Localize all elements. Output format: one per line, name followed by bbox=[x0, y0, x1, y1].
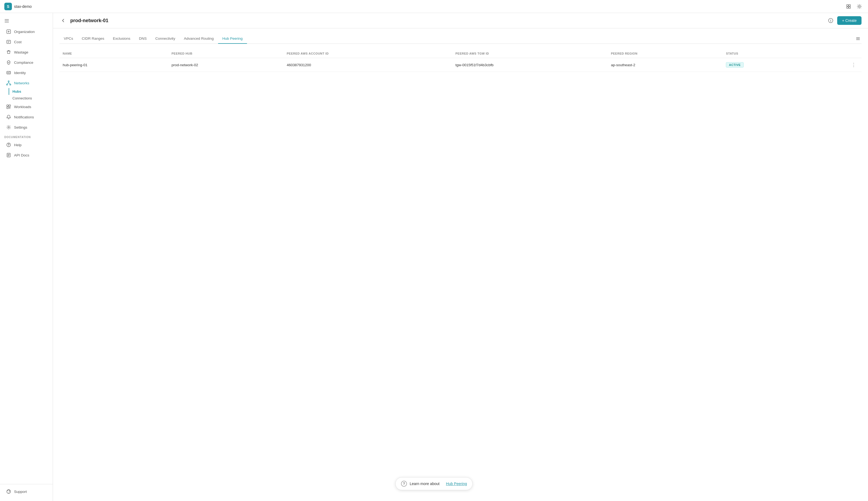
learn-more-link-text: Hub Peering bbox=[446, 481, 467, 486]
learn-more-prefix: Learn more about bbox=[410, 481, 440, 486]
sidebar-collapse-button[interactable] bbox=[3, 17, 10, 24]
sidebar-item-label: API Docs bbox=[14, 153, 29, 157]
tab-exclusions[interactable]: Exclusions bbox=[109, 34, 135, 44]
main-content: prod-network-01 + Create VPCs CIDR Range… bbox=[53, 13, 868, 501]
sidebar-item-networks[interactable]: Networks bbox=[2, 78, 51, 88]
networks-icon bbox=[6, 80, 11, 86]
settings-icon-button[interactable] bbox=[855, 2, 864, 11]
sidebar-item-label: Settings bbox=[14, 125, 27, 129]
sidebar: Organization Cost Wastage Compliance Ide… bbox=[0, 13, 53, 501]
page-header: prod-network-01 + Create bbox=[53, 13, 868, 28]
topbar: S stax-demo bbox=[0, 0, 868, 13]
table-row: hub-peering-01 prod-network-02 460387931… bbox=[60, 58, 861, 72]
cell-peered-hub: prod-network-02 bbox=[168, 58, 283, 72]
learn-more-toast: ? Learn more about Hub Peering bbox=[395, 477, 473, 490]
cell-peered-aws-tgw-id: tgw-0015f51f7d4b3cbfb bbox=[452, 58, 608, 72]
hubs-label: Hubs bbox=[12, 89, 21, 94]
info-icon bbox=[828, 18, 833, 23]
cell-actions: ⋮ bbox=[807, 58, 861, 72]
cell-peered-aws-account-id: 460387931200 bbox=[283, 58, 452, 72]
col-name: Name bbox=[60, 49, 168, 58]
tab-hub-peering[interactable]: Hub Peering bbox=[218, 34, 247, 44]
sidebar-item-label: Identity bbox=[14, 71, 26, 75]
cell-status: ACTIVE bbox=[722, 58, 807, 72]
learn-more-link[interactable]: Hub Peering bbox=[446, 481, 467, 486]
settings-nav-icon bbox=[6, 125, 11, 130]
svg-rect-15 bbox=[7, 105, 8, 106]
app-logo: S bbox=[4, 3, 12, 10]
sidebar-item-label: Notifications bbox=[14, 115, 34, 119]
app-title: stax-demo bbox=[14, 4, 32, 9]
sidebar-item-notifications[interactable]: Notifications bbox=[2, 112, 51, 122]
col-peered-region: Peered Region bbox=[608, 49, 723, 58]
page-title: prod-network-01 bbox=[70, 18, 108, 23]
sidebar-item-label: Compliance bbox=[14, 61, 33, 65]
sidebar-item-settings[interactable]: Settings bbox=[2, 122, 51, 132]
grid-icon-button[interactable] bbox=[844, 2, 853, 11]
api-docs-icon bbox=[6, 152, 11, 158]
sidebar-item-help[interactable]: Help bbox=[2, 140, 51, 150]
organization-icon bbox=[6, 29, 11, 34]
svg-point-4 bbox=[859, 6, 860, 7]
back-arrow-icon bbox=[61, 18, 66, 23]
tab-cidr-ranges[interactable]: CIDR Ranges bbox=[77, 34, 109, 44]
sidebar-item-wastage[interactable]: Wastage bbox=[2, 47, 51, 57]
info-button[interactable] bbox=[826, 16, 835, 25]
tab-vpcs[interactable]: VPCs bbox=[60, 34, 77, 44]
sidebar-item-identity[interactable]: Identity bbox=[2, 68, 51, 77]
col-peered-hub: Peered Hub bbox=[168, 49, 283, 58]
sidebar-item-organization[interactable]: Organization bbox=[2, 27, 51, 36]
support-label: Support bbox=[14, 490, 27, 494]
tab-dns[interactable]: DNS bbox=[135, 34, 151, 44]
sidebar-item-support[interactable]: Support bbox=[2, 487, 51, 497]
col-status: Status bbox=[722, 49, 807, 58]
sidebar-item-label: Help bbox=[14, 143, 22, 147]
tab-advanced-routing[interactable]: Advanced Routing bbox=[180, 34, 218, 44]
sidebar-item-workloads[interactable]: Workloads bbox=[2, 102, 51, 111]
svg-rect-0 bbox=[847, 4, 848, 6]
svg-rect-9 bbox=[7, 40, 11, 43]
svg-rect-17 bbox=[7, 107, 8, 109]
workloads-icon bbox=[6, 104, 11, 109]
create-button[interactable]: + Create bbox=[837, 16, 861, 25]
col-peered-aws-account-id: Peered AWS Account ID bbox=[283, 49, 452, 58]
identity-icon bbox=[6, 70, 11, 75]
grid-icon bbox=[846, 4, 851, 9]
svg-point-20 bbox=[8, 146, 9, 146]
wastage-icon bbox=[6, 50, 11, 55]
sidebar-item-label: Cost bbox=[14, 40, 22, 44]
sidebar-item-api-docs[interactable]: API Docs bbox=[2, 150, 51, 160]
cost-icon bbox=[6, 39, 11, 45]
sidebar-item-label: Organization bbox=[14, 30, 35, 34]
cell-name: hub-peering-01 bbox=[60, 58, 168, 72]
svg-rect-16 bbox=[9, 105, 11, 106]
row-menu-button[interactable]: ⋮ bbox=[849, 61, 858, 68]
sidebar-sub-item-hubs[interactable]: Hubs bbox=[9, 88, 53, 95]
svg-rect-2 bbox=[847, 7, 848, 8]
svg-rect-1 bbox=[849, 4, 850, 6]
col-peered-aws-tgw-id: Peered AWS TGW ID bbox=[452, 49, 608, 58]
sidebar-item-label: Networks bbox=[14, 81, 29, 85]
list-view-icon bbox=[856, 36, 860, 41]
toast-question-icon: ? bbox=[401, 481, 407, 487]
content-area: VPCs CIDR Ranges Exclusions DNS Connecti… bbox=[53, 28, 868, 501]
sidebar-item-cost[interactable]: Cost bbox=[2, 37, 51, 47]
tab-connectivity[interactable]: Connectivity bbox=[151, 34, 180, 44]
sidebar-sub-item-connections[interactable]: Connections bbox=[12, 95, 53, 102]
svg-point-11 bbox=[8, 72, 9, 73]
notifications-icon bbox=[6, 114, 11, 120]
sidebar-item-compliance[interactable]: Compliance bbox=[2, 57, 51, 67]
back-button[interactable] bbox=[60, 17, 67, 24]
help-icon bbox=[6, 142, 11, 148]
svg-rect-3 bbox=[849, 7, 850, 8]
connections-label: Connections bbox=[12, 96, 32, 100]
list-view-button[interactable] bbox=[855, 35, 861, 42]
tabs-container: VPCs CIDR Ranges Exclusions DNS Connecti… bbox=[60, 34, 861, 44]
sidebar-item-label: Wastage bbox=[14, 50, 28, 54]
documentation-section-label: Documentation bbox=[0, 132, 53, 140]
collapse-icon bbox=[4, 18, 9, 23]
support-icon bbox=[6, 489, 11, 494]
sidebar-item-label: Workloads bbox=[14, 105, 31, 109]
settings-icon bbox=[857, 4, 862, 9]
status-badge: ACTIVE bbox=[726, 62, 743, 67]
